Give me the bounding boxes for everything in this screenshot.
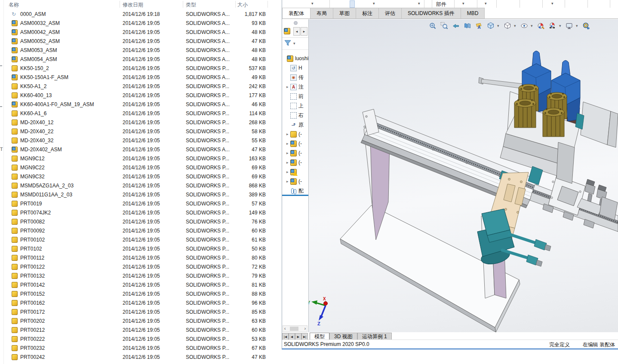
graphics-viewport[interactable]: A <box>309 19 618 333</box>
first-tab-button[interactable]: |◀ <box>282 333 289 340</box>
dropdown-arrow-icon[interactable]: ▾ <box>373 1 375 6</box>
dropdown-arrow-icon[interactable]: ▾ <box>311 1 314 6</box>
toolbar-button-fragment[interactable] <box>350 0 355 8</box>
file-row[interactable]: ASM00042_ASM 2014/12/6 19:05 SOLIDWORKS … <box>3 28 279 37</box>
feature-tree-item[interactable]: ▸ (- <box>282 158 308 167</box>
feature-tree-item[interactable]: 原 <box>282 120 308 129</box>
commandmanager-tab[interactable]: MBD <box>461 8 485 18</box>
feature-tree-item[interactable]: ▸ 注 <box>282 82 308 92</box>
expander-icon[interactable]: ▸ <box>286 151 290 155</box>
file-row[interactable]: MD-20X40_22 2014/12/6 19:05 SOLIDWORKS P… <box>3 127 279 136</box>
expander-icon[interactable]: ▸ <box>286 179 290 184</box>
panel-split-divider[interactable] <box>282 195 308 196</box>
column-divider[interactable] <box>267 1 268 8</box>
expander-icon[interactable]: ▸ <box>286 132 290 136</box>
file-row[interactable]: PRT0102 2014/12/6 19:05 SOLIDWORKS P... … <box>3 245 279 254</box>
file-row[interactable]: KK60-400A1-F0_ASM_19_ASM 2014/12/6 19:05… <box>3 100 279 109</box>
file-row[interactable]: PRT00122 2014/12/6 19:05 SOLIDWORKS P...… <box>3 263 279 272</box>
file-row[interactable]: MD-20X40_32 2014/12/6 19:05 SOLIDWORKS P… <box>3 136 279 145</box>
file-row[interactable]: ASM0053_ASM 2014/12/6 19:05 SOLIDWORKS A… <box>3 46 279 55</box>
column-header-type[interactable]: 类型 <box>186 1 196 9</box>
feature-tree-item[interactable]: ▸ (- <box>282 139 308 148</box>
file-row[interactable]: MD-20X402_ASM 2014/12/6 19:05 SOLIDWORKS… <box>3 145 279 154</box>
file-row[interactable]: MSMD011G1AA_2_03 2014/12/6 19:05 SOLIDWO… <box>3 190 279 199</box>
file-row[interactable]: ASM00052_ASM 2014/12/6 19:05 SOLIDWORKS … <box>3 37 279 46</box>
file-row[interactable]: KK50-150A1-F_ASM 2014/12/6 19:05 SOLIDWO… <box>3 73 279 82</box>
commandmanager-tab[interactable]: 标注 <box>356 8 379 18</box>
dropdown-arrow-icon[interactable]: ▾ <box>551 1 553 6</box>
file-row[interactable]: KK50-150_2 2014/12/6 19:05 SOLIDWORKS P.… <box>3 64 279 73</box>
commandmanager-tab[interactable]: 评估 <box>379 8 402 18</box>
feature-tree-item[interactable]: H <box>282 63 308 73</box>
feature-tree-item[interactable]: 右 <box>282 110 308 120</box>
panel-scroll-left-button[interactable]: ◂ <box>293 27 300 36</box>
dropdown-arrow-icon[interactable]: ▾ <box>462 1 464 6</box>
file-row[interactable]: MD-20X40_12 2014/12/6 19:05 SOLIDWORKS P… <box>3 118 279 127</box>
column-header-size[interactable]: 大小 <box>237 1 248 9</box>
column-header-date[interactable]: 修改日期 <box>123 1 143 9</box>
file-row[interactable]: PRT00132 2014/12/6 19:05 SOLIDWORKS P...… <box>3 272 279 281</box>
file-row[interactable]: PRT0074JK2 2014/12/6 19:05 SOLIDWORKS P.… <box>3 208 279 217</box>
column-divider[interactable] <box>235 1 236 8</box>
document-tab[interactable]: 模型 <box>310 333 329 340</box>
commandmanager-tab[interactable]: 装配体 <box>282 8 311 18</box>
featuremanager-tab-icon[interactable] <box>284 28 290 34</box>
file-row[interactable]: PRT00242 2014/12/6 19:05 SOLIDWORKS P...… <box>3 353 279 362</box>
scroll-right-icon[interactable]: › <box>304 326 306 331</box>
feature-tree-item[interactable]: luoshi <box>282 54 308 63</box>
file-row[interactable]: PRT00152 2014/12/6 19:05 SOLIDWORKS P...… <box>3 290 279 299</box>
feature-tree-item[interactable]: ▸ <box>282 167 308 177</box>
file-row[interactable]: ASM0054_ASM 2014/12/6 19:05 SOLIDWORKS A… <box>3 55 279 64</box>
feature-tree-item[interactable]: 上 <box>282 101 308 110</box>
panel-collapse-handle[interactable] <box>294 21 298 25</box>
file-row[interactable]: PRT00222 2014/12/6 19:05 SOLIDWORKS P...… <box>3 335 279 344</box>
column-divider[interactable] <box>183 1 183 8</box>
column-header-name[interactable]: 名称 <box>9 1 19 9</box>
commandmanager-tab[interactable]: SOLIDWORKS 插件 <box>402 8 461 18</box>
document-tab[interactable]: 运动算例 1 <box>357 333 392 340</box>
file-row[interactable]: PRT00162 2014/12/6 19:05 SOLIDWORKS P...… <box>3 299 279 308</box>
filter-dropdown-icon[interactable] <box>293 41 297 46</box>
expander-icon[interactable]: ▸ <box>286 170 290 174</box>
assembly-3d-model[interactable]: Y Z X <box>309 19 618 333</box>
file-row[interactable]: PRT0019 2014/12/6 19:05 SOLIDWORKS P... … <box>3 199 279 208</box>
next-tab-button[interactable]: ▶ <box>295 333 301 340</box>
file-row[interactable]: MGN9C22 2014/12/6 19:05 SOLIDWORKS P... … <box>3 163 279 172</box>
dropdown-arrow-icon[interactable]: ▾ <box>485 1 487 6</box>
scrollbar-thumb[interactable] <box>290 327 298 331</box>
component-button-label[interactable]: 部件 <box>436 1 446 8</box>
file-row[interactable]: KK60-400_13 2014/12/6 19:05 SOLIDWORKS P… <box>3 91 279 100</box>
prev-tab-button[interactable]: ◀ <box>289 333 295 340</box>
document-tab[interactable]: 3D 视图 <box>329 333 357 340</box>
expander-icon[interactable]: ▸ <box>286 85 290 89</box>
feature-tree-item[interactable]: 配 <box>282 186 308 196</box>
file-row[interactable]: MGN9C32 2014/12/6 19:05 SOLIDWORKS P... … <box>3 172 279 181</box>
column-divider[interactable] <box>120 1 120 8</box>
file-row[interactable]: ASM00032_ASM 2014/12/6 19:05 SOLIDWORKS … <box>3 19 279 28</box>
scroll-left-icon[interactable]: ‹ <box>284 326 286 331</box>
last-tab-button[interactable]: ▶| <box>301 333 308 340</box>
feature-tree-item[interactable]: ▸ (- <box>282 148 308 158</box>
feature-tree-item[interactable]: 传 <box>282 73 308 82</box>
commandmanager-tab[interactable]: 布局 <box>311 8 333 18</box>
file-row[interactable]: PRT00202 2014/12/6 19:05 SOLIDWORKS P...… <box>3 317 279 326</box>
file-row[interactable]: KK50-A1_2 2014/12/6 19:05 SOLIDWORKS P..… <box>3 82 279 91</box>
dropdown-arrow-icon[interactable]: ▾ <box>418 1 420 6</box>
file-row[interactable]: PRT00112 2014/12/6 19:05 SOLIDWORKS P...… <box>3 254 279 263</box>
file-row[interactable]: PRT00082 2014/12/6 19:05 SOLIDWORKS P...… <box>3 217 279 226</box>
file-row[interactable]: PRT00102 2014/12/6 19:05 SOLIDWORKS P...… <box>3 236 279 245</box>
feature-tree-item[interactable]: ▸ (- <box>282 177 308 186</box>
file-row[interactable]: MGN9C12 2014/12/6 19:05 SOLIDWORKS P... … <box>3 154 279 163</box>
panel-horizontal-scrollbar[interactable]: ‹ › <box>283 325 307 332</box>
file-row[interactable]: PRT00142 2014/12/6 19:05 SOLIDWORKS P...… <box>3 281 279 290</box>
panel-scroll-right-button[interactable]: ▸ <box>301 27 307 36</box>
commandmanager-tab[interactable]: 草图 <box>333 8 356 18</box>
filter-funnel-icon[interactable] <box>284 40 292 46</box>
expander-icon[interactable]: ▸ <box>286 160 290 165</box>
file-row[interactable]: PRT00212 2014/12/6 19:05 SOLIDWORKS P...… <box>3 326 279 335</box>
file-row[interactable]: KK60-A1_6 2014/12/6 19:05 SOLIDWORKS P..… <box>3 109 279 118</box>
file-row[interactable]: 0000_ASM 2014/12/6 19:18 SOLIDWORKS A...… <box>3 10 279 19</box>
file-row[interactable]: PRT00172 2014/12/6 19:05 SOLIDWORKS P...… <box>3 308 279 317</box>
feature-tree-item[interactable]: 前 <box>282 92 308 101</box>
file-row[interactable]: PRT00092 2014/12/6 19:05 SOLIDWORKS P...… <box>3 226 279 236</box>
